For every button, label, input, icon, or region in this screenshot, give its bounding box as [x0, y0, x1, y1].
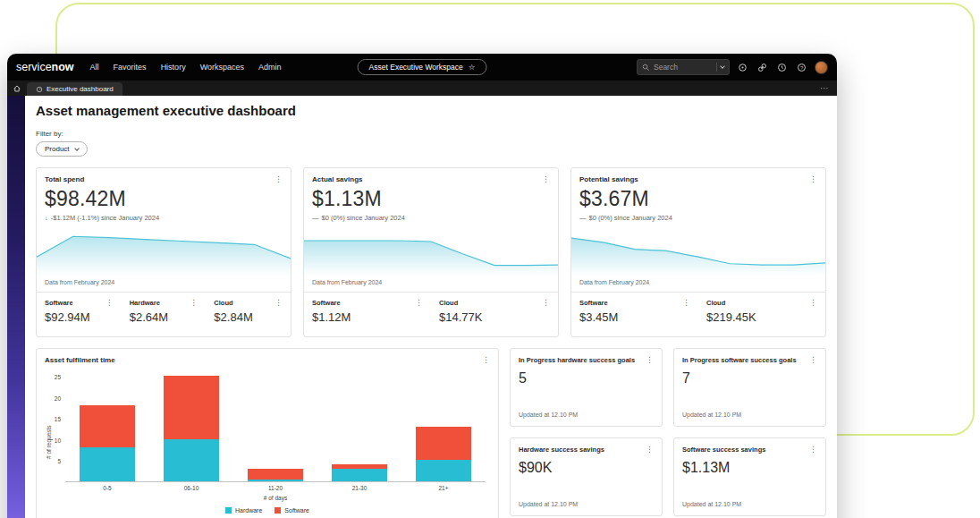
breakdown-value: $14.77K	[439, 310, 550, 324]
kebab-menu-icon[interactable]: ⋮	[809, 446, 817, 454]
kpi-footnote: Data from February 2024	[37, 276, 291, 293]
kpi-card-row: Total spend ⋮ $98.42M ↓ -$1.12M (-1.1%) …	[36, 167, 826, 337]
legend-hardware[interactable]: Hardware	[225, 507, 262, 514]
help-icon[interactable]: ?	[795, 61, 808, 74]
kpi-sparkline-chart[interactable]	[571, 225, 825, 276]
kebab-menu-icon[interactable]: ⋮	[646, 356, 654, 364]
kebab-menu-icon[interactable]: ⋮	[809, 299, 817, 307]
kpi-value: $3.67M	[571, 183, 825, 211]
bar-segment-hardware[interactable]	[416, 460, 471, 481]
breakdown-software: Software⋮ $1.12M	[304, 293, 431, 336]
kpi-breakdown: Software⋮ $1.12M Cloud⋮ $14.77K	[304, 293, 558, 336]
breakdown-software: Software⋮ $3.45M	[571, 293, 698, 336]
bar-0-5[interactable]	[80, 405, 135, 481]
page-title: Asset management executive dashboard	[36, 103, 826, 118]
asset-fulfilment-chart-card: Asset fulfilment time ⋮ # of requests 51…	[36, 348, 499, 518]
home-button[interactable]	[7, 81, 27, 96]
card-header: Actual savings ⋮	[304, 168, 558, 183]
search-input[interactable]	[654, 63, 713, 72]
stat-title: In Progress software success goals	[682, 356, 797, 364]
bar-segment-hardware[interactable]	[332, 469, 387, 481]
breakdown-value: $92.94M	[45, 310, 114, 324]
kpi-title: Potential savings	[579, 175, 638, 183]
kebab-menu-icon[interactable]: ⋮	[809, 356, 817, 364]
bar-segment-hardware[interactable]	[80, 447, 135, 481]
search-scope-chevron-icon[interactable]	[720, 64, 725, 69]
nav-item-admin[interactable]: Admin	[258, 63, 282, 72]
kebab-menu-icon[interactable]: ⋮	[275, 299, 283, 307]
nav-item-favorites[interactable]: Favorites	[114, 63, 147, 72]
kebab-menu-icon[interactable]: ⋮	[542, 175, 550, 183]
legend-swatch-software	[275, 507, 281, 514]
tab-executive-dashboard[interactable]: Executive dashboard	[27, 82, 122, 96]
kpi-delta-text: $0 (0%) since January 2024	[322, 214, 405, 222]
tab-overflow-icon[interactable]: ⋯	[820, 81, 837, 96]
bar-06-10[interactable]	[164, 376, 219, 481]
kebab-menu-icon[interactable]: ⋮	[106, 299, 114, 307]
breakdown-hardware: Hardware⋮ $2.64M	[122, 293, 207, 336]
bar-segment-software[interactable]	[164, 376, 219, 439]
card-header: Potential savings ⋮	[571, 168, 825, 183]
kebab-menu-icon[interactable]: ⋮	[809, 175, 817, 183]
kpi-footnote: Data from February 2024	[571, 276, 825, 293]
kebab-menu-icon[interactable]: ⋮	[542, 299, 550, 307]
bar-segment-hardware[interactable]	[248, 480, 303, 481]
kebab-menu-icon[interactable]: ⋮	[682, 299, 690, 307]
star-icon[interactable]: ☆	[469, 63, 476, 72]
sparkline-svg	[571, 225, 825, 276]
x-axis-categories: 0-506-1011-2021-3021+	[65, 485, 486, 491]
kpi-title: Actual savings	[312, 175, 362, 183]
nav-item-workspaces[interactable]: Workspaces	[200, 63, 244, 72]
breakdown-value: $219.45K	[706, 310, 817, 324]
filter-by-label: Filter by:	[36, 130, 826, 138]
x-tick-label: 0-5	[80, 485, 135, 491]
y-axis: # of requests 510152025	[42, 377, 65, 482]
kpi-value: $98.42M	[37, 183, 291, 211]
bar-segment-software[interactable]	[416, 427, 471, 461]
stat-card-software-savings: Software success savings⋮ $1.13M Updated…	[673, 437, 826, 516]
history-clock-icon[interactable]	[775, 61, 789, 74]
bar-11-20[interactable]	[248, 469, 303, 481]
assistant-icon[interactable]	[736, 61, 749, 74]
kpi-breakdown: Software⋮ $3.45M Cloud⋮ $219.45K	[571, 293, 825, 336]
nav-right-cluster: ?	[637, 59, 828, 75]
kebab-menu-icon[interactable]: ⋮	[190, 299, 198, 307]
bar-21+[interactable]	[416, 427, 471, 481]
bar-segment-software[interactable]	[248, 469, 303, 480]
product-filter-dropdown[interactable]: Product	[36, 141, 88, 157]
legend-software[interactable]: Software	[275, 507, 309, 514]
breakdown-label: Software	[312, 299, 341, 307]
bar-21-30[interactable]	[332, 464, 387, 481]
y-tick-label: 15	[55, 416, 61, 422]
kebab-menu-icon[interactable]: ⋮	[275, 175, 283, 183]
card-header: Total spend ⋮	[37, 168, 291, 183]
kpi-sparkline-chart[interactable]	[37, 225, 291, 276]
kpi-value: $1.13M	[304, 183, 558, 211]
kpi-delta: — $0 (0%) since January 2024	[304, 211, 558, 222]
bar-segment-software[interactable]	[80, 405, 135, 447]
kebab-menu-icon[interactable]: ⋮	[482, 356, 490, 364]
nav-item-all[interactable]: All	[90, 63, 99, 72]
user-avatar[interactable]	[815, 61, 828, 74]
breakdown-value: $3.45M	[579, 310, 690, 324]
stat-title: In Progress hardware success goals	[519, 356, 635, 364]
search-icon	[642, 64, 650, 72]
x-tick-label: 11-20	[248, 485, 303, 491]
chevron-down-icon	[74, 146, 80, 151]
top-nav: servicenow All Favorites History Workspa…	[7, 54, 837, 81]
bar-segment-hardware[interactable]	[164, 439, 219, 481]
kebab-menu-icon[interactable]: ⋮	[646, 446, 654, 454]
app-window: servicenow All Favorites History Workspa…	[7, 54, 837, 518]
trend-down-icon: ↓	[45, 214, 48, 222]
stat-updated: Updated at 12.10 PM	[519, 412, 654, 419]
link-icon[interactable]	[756, 61, 769, 74]
kpi-sparkline-chart[interactable]	[304, 225, 558, 276]
workspace-switcher[interactable]: Asset Executive Workspace ☆	[358, 59, 487, 75]
tab-label: Executive dashboard	[46, 85, 114, 93]
bar-plot-area	[65, 377, 486, 482]
nav-item-history[interactable]: History	[161, 63, 186, 72]
kebab-menu-icon[interactable]: ⋮	[415, 299, 423, 307]
kpi-delta: — $0 (0%) since January 2024	[571, 211, 825, 222]
global-search[interactable]	[637, 59, 730, 75]
tab-bar: Executive dashboard ⋯	[7, 81, 837, 96]
